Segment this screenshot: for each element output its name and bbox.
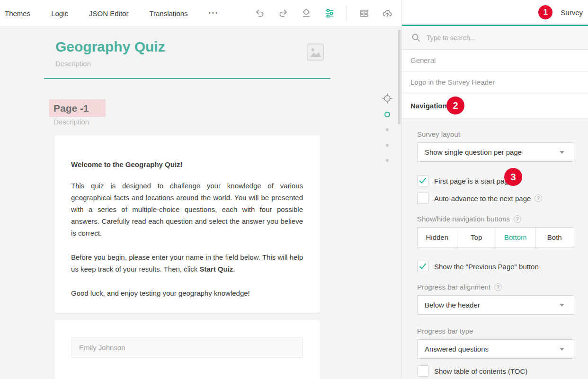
help-icon[interactable]: ? [494, 283, 502, 291]
chevron-down-icon [560, 151, 564, 154]
property-search [402, 26, 588, 50]
nav-buttons-segmented: Hidden Top Bottom Both [417, 227, 574, 247]
page-navigator-current-dot[interactable] [384, 112, 390, 117]
tutorial-badge-1: 1 [538, 5, 552, 19]
section-navigation[interactable]: Navigation [402, 93, 588, 118]
toc-checkbox[interactable] [417, 365, 428, 377]
survey-title[interactable]: Geography Quiz [55, 39, 165, 55]
page-navigator-dot[interactable] [386, 159, 389, 162]
toolbar-tabs: Themes Logic JSON Editor Translations ••… [0, 9, 219, 18]
survey-layout-value: Show single question per page [425, 148, 522, 156]
tutorial-badge-3: 3 [504, 168, 522, 186]
auto-advance-label: Auto-advance to the next page ? [434, 194, 542, 203]
html-question-card[interactable]: Welcome to the Geography Quiz! This quiz… [54, 135, 320, 313]
page-title[interactable]: Page -1 [49, 99, 106, 117]
survey-layout-dropdown[interactable]: Show single question per page [417, 142, 574, 162]
logo-placeholder-icon[interactable] [307, 44, 324, 61]
nav-buttons-option-both[interactable]: Both [535, 228, 574, 247]
auto-advance-checkbox-row[interactable]: Auto-advance to the next page ? [417, 193, 574, 204]
panel-header: 1 Survey [402, 0, 588, 26]
canvas-scrollbar[interactable] [398, 30, 401, 124]
chevron-down-icon [560, 304, 564, 307]
nav-buttons-option-hidden[interactable]: Hidden [418, 228, 457, 247]
text-question-card[interactable] [54, 320, 320, 379]
prev-page-checkbox[interactable] [417, 261, 428, 272]
progress-alignment-dropdown[interactable]: Below the header [417, 295, 574, 315]
intro-paragraph-2: Before you begin, please enter your name… [71, 251, 303, 275]
first-page-checkbox[interactable] [417, 175, 428, 186]
search-icon [411, 33, 420, 42]
preview-book-icon[interactable] [359, 8, 369, 18]
help-icon[interactable]: ? [535, 194, 542, 202]
tab-translations[interactable]: Translations [149, 9, 187, 18]
redo-icon[interactable] [278, 8, 288, 18]
prev-page-label: Show the "Previous Page" button [434, 263, 539, 271]
upload-cloud-icon[interactable] [382, 8, 392, 18]
progress-type-value: Answered questions [425, 345, 489, 353]
creator-toolbar: Themes Logic JSON Editor Translations ••… [0, 0, 401, 27]
search-input[interactable] [427, 34, 569, 42]
header-progress-bar [44, 78, 330, 79]
panel-tab-survey[interactable]: Survey [561, 9, 583, 17]
toolbar-divider [347, 6, 347, 21]
tab-themes[interactable]: Themes [5, 9, 30, 18]
tutorial-badge-2: 2 [446, 97, 464, 115]
progress-type-dropdown[interactable]: Answered questions [417, 339, 574, 359]
design-surface: Geography Quiz Description Page -1 Descr… [0, 27, 401, 379]
help-icon[interactable]: ? [514, 215, 521, 223]
progress-alignment-value: Below the header [425, 301, 480, 309]
section-general[interactable]: General [402, 50, 588, 71]
property-grid-panel: 1 Survey General Logo in the Survey Head… [401, 0, 588, 379]
prev-page-checkbox-row[interactable]: Show the "Previous Page" button [417, 261, 574, 272]
tab-logic[interactable]: Logic [51, 9, 68, 18]
progress-alignment-label: Progress bar alignment ? [417, 283, 574, 291]
nav-buttons-option-bottom[interactable]: Bottom [496, 228, 535, 247]
first-page-checkbox-row[interactable]: First page is a start page [417, 175, 574, 186]
name-input[interactable] [71, 337, 303, 358]
toc-checkbox-row[interactable]: Show table of contents (TOC) [417, 365, 574, 377]
page-navigator-dot[interactable] [386, 128, 389, 131]
page-navigator-dot[interactable] [386, 144, 389, 147]
undo-icon[interactable] [255, 8, 265, 18]
more-tabs-icon[interactable]: ••• [209, 10, 219, 17]
auto-advance-checkbox[interactable] [417, 193, 428, 204]
intro-paragraph-1: This quiz is designed to challenge your … [71, 180, 303, 239]
progress-type-label: Progress bar type [417, 327, 574, 335]
intro-heading: Welcome to the Geography Quiz! [71, 160, 303, 168]
tab-json-editor[interactable]: JSON Editor [89, 9, 128, 18]
settings-sliders-icon[interactable] [324, 8, 335, 18]
nav-buttons-option-top[interactable]: Top [457, 228, 496, 247]
first-page-label: First page is a start page [434, 177, 512, 185]
intro-paragraph-3: Good luck, and enjoy testing your geogra… [71, 287, 303, 299]
focus-crosshair-icon[interactable] [382, 93, 393, 104]
toc-label: Show table of contents (TOC) [434, 367, 527, 375]
page-description[interactable]: Description [53, 118, 89, 126]
survey-description[interactable]: Description [55, 60, 91, 68]
check-icon [419, 262, 427, 271]
check-icon [419, 176, 427, 185]
navigation-settings: Survey layout Show single question per p… [402, 118, 588, 377]
nav-buttons-label: Show/hide navigation buttons ? [417, 215, 574, 223]
toolbar-actions [255, 6, 401, 21]
eraser-icon[interactable] [301, 8, 312, 18]
section-logo[interactable]: Logo in the Survey Header [402, 71, 588, 93]
survey-layout-label: Survey layout [417, 130, 574, 138]
chevron-down-icon [560, 348, 564, 351]
